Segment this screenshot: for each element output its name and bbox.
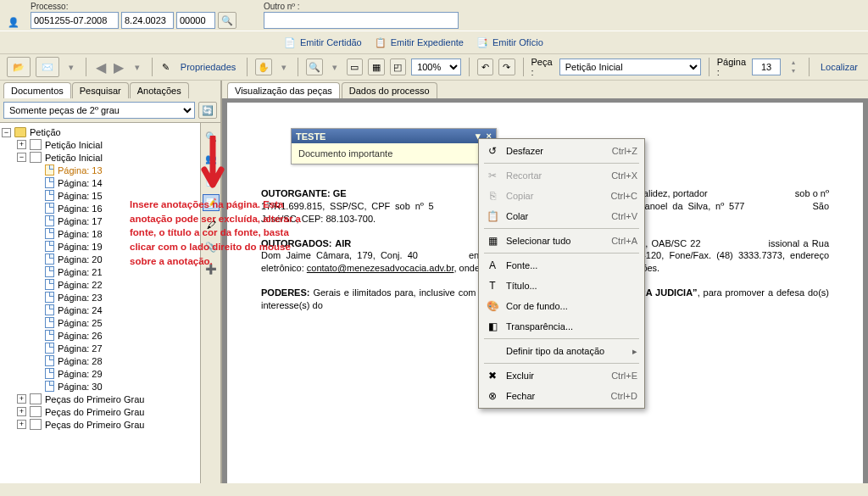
page-icon: [45, 304, 54, 315]
cm-excluir[interactable]: ✖ExcluirCtrl+E: [481, 365, 643, 386]
tree-pecas-pg-b[interactable]: +Peças do Primeiro Grau: [2, 405, 198, 418]
processo-seq1[interactable]: [121, 12, 174, 29]
page-icon: [45, 190, 54, 201]
document-viewer[interactable]: TESTE ▾ × Documento importante ↺Desfazer…: [227, 103, 863, 483]
zoom-combo[interactable]: 100%: [411, 59, 461, 75]
search-processo-button[interactable]: 🔍: [218, 12, 236, 29]
tree-page-item[interactable]: Página: 30: [2, 380, 198, 393]
page-icon: [45, 241, 54, 252]
processo-input[interactable]: [31, 12, 119, 29]
tree-label: Página: 14: [58, 178, 103, 188]
page-down-button[interactable]: ▾: [786, 67, 801, 75]
tree-label: Página: 18: [58, 229, 103, 239]
rotate-right-button[interactable]: ↷: [498, 59, 515, 75]
tab-anotacoes[interactable]: Anotações: [130, 82, 189, 98]
tab-pesquisar[interactable]: Pesquisar: [72, 82, 129, 98]
outro-input[interactable]: [264, 12, 459, 29]
annotation-note[interactable]: TESTE ▾ × Documento importante: [291, 128, 497, 164]
outro-label: Outro nº :: [264, 2, 459, 11]
tree-label: Peças do Primeiro Grau: [45, 407, 144, 417]
cm-desfazer[interactable]: ↺DesfazerCtrl+Z: [481, 141, 643, 161]
cm-titulo[interactable]: TTítulo...: [481, 276, 643, 296]
fit-width-button[interactable]: ▭: [347, 59, 364, 75]
title-icon: T: [486, 279, 499, 293]
dropdown-toggle-3[interactable]: ▾: [277, 62, 291, 73]
note-body-text[interactable]: Documento importante: [292, 143, 496, 164]
tree-page-item[interactable]: Página: 24: [2, 304, 198, 316]
tab-visualizacao[interactable]: Visualização das peças: [227, 82, 340, 98]
tab-documentos[interactable]: Documentos: [3, 82, 71, 98]
tree-peticao-a[interactable]: +Petição Inicial: [2, 138, 198, 151]
tree-label: Página: 22: [58, 280, 103, 290]
nav-prev-button[interactable]: ◀: [94, 59, 108, 75]
emitir-oficio-link[interactable]: 📑Emitir Ofício: [472, 34, 547, 51]
tree-page-item[interactable]: Página: 22: [2, 278, 198, 291]
dropdown-toggle-2[interactable]: ▾: [131, 62, 144, 73]
peca-label: Peça :: [531, 57, 554, 77]
tree-label: Página: 15: [58, 191, 103, 201]
zoom-dropdown[interactable]: ▾: [328, 62, 342, 73]
delete-icon: ✖: [486, 369, 499, 382]
processo-seq2[interactable]: [176, 12, 215, 29]
page-icon: [45, 177, 54, 188]
emitir-certidao-link[interactable]: 📄Emitir Certidão: [280, 34, 365, 51]
dropdown-toggle[interactable]: ▾: [64, 62, 78, 73]
filter-combo[interactable]: Somente peças de 2º grau: [3, 102, 195, 119]
close-icon: ⊗: [486, 389, 499, 403]
tree-root[interactable]: −Petição: [2, 126, 198, 138]
tree-page-current[interactable]: Página: 13: [2, 164, 198, 176]
cm-fonte[interactable]: AFonte...: [481, 255, 643, 276]
process-icon: 👤: [7, 15, 20, 29]
tree-label: Página: 17: [58, 216, 103, 226]
document-tree[interactable]: −Petição +Petição Inicial −Petição Inici…: [0, 123, 200, 483]
propriedades-link[interactable]: Propriedades: [177, 60, 239, 74]
tree-label: Página: 28: [58, 356, 103, 366]
rotate-left-button[interactable]: ↶: [477, 59, 494, 75]
tree-root-label: Petição: [30, 127, 61, 137]
tree-page-item[interactable]: Página: 29: [2, 367, 198, 380]
tree-pecas-pg-a[interactable]: +Peças do Primeiro Grau: [2, 393, 198, 405]
page-icon: [45, 215, 54, 226]
peca-combo[interactable]: Petição Inicial: [559, 59, 701, 75]
emitir-certidao-label: Emitir Certidão: [300, 37, 362, 47]
actual-size-button[interactable]: ◰: [390, 59, 407, 75]
nav-next-button[interactable]: ▶: [112, 59, 125, 75]
doc-icon: [30, 406, 42, 417]
pencil-icon[interactable]: ✎: [160, 60, 172, 74]
tree-label: Petição Inicial: [45, 153, 103, 163]
cm-definir-tipo[interactable]: Definir tipo da anotação▸: [481, 341, 643, 361]
tab-dados-processo[interactable]: Dados do processo: [342, 82, 437, 98]
emitir-expediente-link[interactable]: 📋Emitir Expediente: [370, 34, 467, 51]
cm-transparencia[interactable]: ◧Transparência...: [481, 316, 643, 337]
cm-selecionar-tudo[interactable]: ▦Selecionar tudoCtrl+A: [481, 231, 643, 251]
tree-page-item[interactable]: Página: 28: [2, 354, 198, 367]
refresh-tree-button[interactable]: 🔄: [198, 102, 217, 119]
callout-text: Insere anotações na página. Esta anotaçã…: [130, 198, 312, 268]
page-icon: [45, 381, 54, 392]
paste-icon: 📋: [486, 209, 499, 223]
tree-page-item[interactable]: Página: 26: [2, 329, 198, 342]
zoom-button[interactable]: 🔍: [306, 59, 323, 75]
fit-page-button[interactable]: ▦: [368, 59, 385, 75]
page-icon: [45, 266, 54, 277]
tree-page-item[interactable]: Página: 25: [2, 316, 198, 329]
submenu-arrow-icon: ▸: [632, 346, 637, 357]
selectall-icon: ▦: [486, 234, 499, 248]
tree-peticao-b[interactable]: −Petição Inicial: [2, 151, 198, 164]
cm-fechar[interactable]: ⊗FecharCtrl+D: [481, 386, 643, 406]
localizar-link[interactable]: Localizar: [817, 60, 861, 74]
cm-cor-fundo[interactable]: 🎨Cor de fundo...: [481, 296, 643, 316]
tree-page-item[interactable]: Página: 27: [2, 342, 198, 354]
tree-pecas-pg-c[interactable]: +Peças do Primeiro Grau: [2, 418, 198, 431]
hand-tool-button[interactable]: ✋: [255, 59, 272, 75]
open-folder-button[interactable]: 📂: [7, 57, 31, 77]
tree-page-item[interactable]: Página: 23: [2, 291, 198, 304]
processo-label: Processo:: [31, 2, 236, 11]
pagina-input[interactable]: [752, 59, 781, 75]
mail-button[interactable]: ✉️: [36, 57, 59, 77]
tree-page-item[interactable]: Página: 14: [2, 176, 198, 189]
page-icon: [45, 279, 54, 290]
cm-colar[interactable]: 📋ColarCtrl+V: [481, 206, 643, 226]
page-icon: [45, 228, 54, 239]
page-up-button[interactable]: ▴: [786, 59, 801, 67]
